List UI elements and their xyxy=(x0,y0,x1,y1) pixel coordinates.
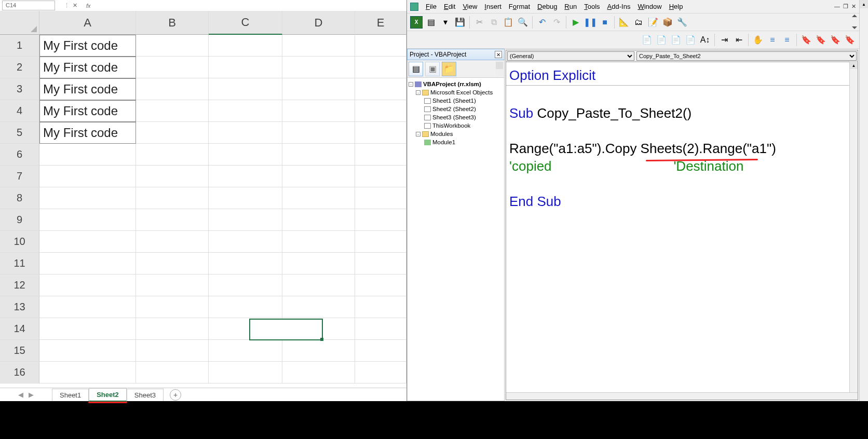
row-header[interactable]: 14 xyxy=(0,318,39,340)
project-explorer-icon[interactable]: 🗂 xyxy=(632,16,645,29)
run-icon[interactable]: ▶ xyxy=(569,16,582,29)
cell[interactable] xyxy=(282,57,355,78)
save-icon[interactable]: 💾 xyxy=(454,16,466,29)
comment-icon[interactable]: ≡ xyxy=(766,34,779,46)
cell[interactable] xyxy=(355,122,406,144)
cell[interactable] xyxy=(136,35,209,57)
tree-thisworkbook[interactable]: ThisWorkbook xyxy=(432,121,470,130)
menu-debug[interactable]: Debug xyxy=(534,2,560,11)
cut-icon[interactable]: ✂ xyxy=(473,16,485,29)
menu-addins[interactable]: Add-Ins xyxy=(604,2,634,11)
cell[interactable] xyxy=(209,144,282,166)
indent-icon[interactable]: ⇥ xyxy=(718,34,730,46)
cell[interactable] xyxy=(136,100,209,122)
code-editor[interactable]: Option Explicit Sub Copy_Paste_To_Sheet2… xyxy=(506,62,858,400)
cell[interactable] xyxy=(282,144,355,166)
quick-info-icon[interactable]: 📄 xyxy=(670,34,682,46)
row-header[interactable]: 5 xyxy=(0,122,39,144)
cell[interactable] xyxy=(209,253,282,275)
row-header[interactable]: 13 xyxy=(0,296,39,318)
cell[interactable] xyxy=(282,231,355,253)
cell-c14[interactable] xyxy=(209,318,282,340)
cell[interactable] xyxy=(209,362,282,383)
col-header-a[interactable]: A xyxy=(39,11,136,35)
cell[interactable] xyxy=(39,318,136,340)
row-header[interactable]: 8 xyxy=(0,187,39,209)
menu-view[interactable]: View xyxy=(459,2,480,11)
horizontal-scrollbar[interactable] xyxy=(506,392,858,400)
cell[interactable] xyxy=(355,166,406,187)
list-properties-icon[interactable]: 📄 xyxy=(641,34,653,46)
row-header[interactable]: 16 xyxy=(0,362,39,383)
breakpoint-icon[interactable]: ✋ xyxy=(752,34,764,46)
cell[interactable] xyxy=(355,57,406,78)
view-object-icon[interactable]: ▣ xyxy=(425,62,440,76)
row-header[interactable]: 4 xyxy=(0,100,39,122)
cell[interactable] xyxy=(136,78,209,100)
prev-bookmark-icon[interactable]: 🔖 xyxy=(829,34,842,46)
cell[interactable] xyxy=(39,166,136,187)
cell-a2[interactable]: My First code xyxy=(39,57,136,78)
cell[interactable] xyxy=(39,209,136,231)
cell[interactable] xyxy=(209,57,282,78)
cell[interactable] xyxy=(136,340,209,362)
cell-a4[interactable]: My First code xyxy=(39,100,136,122)
cell[interactable] xyxy=(136,296,209,318)
cell[interactable] xyxy=(282,318,355,340)
menu-edit[interactable]: Edit xyxy=(441,2,458,11)
cell[interactable] xyxy=(136,231,209,253)
cell[interactable] xyxy=(355,318,406,340)
tab-next-icon[interactable]: ▶ xyxy=(29,391,34,399)
minimize-icon[interactable]: — xyxy=(834,3,840,10)
cell[interactable] xyxy=(39,253,136,275)
cell[interactable] xyxy=(39,296,136,318)
fx-label[interactable]: fx xyxy=(86,3,91,9)
cell[interactable] xyxy=(355,144,406,166)
clear-bookmarks-icon[interactable]: 🔖 xyxy=(844,34,856,46)
cell[interactable] xyxy=(282,296,355,318)
procedure-dropdown[interactable]: Copy_Paste_To_Sheet2 xyxy=(636,51,857,61)
project-close-icon[interactable]: ✕ xyxy=(495,51,502,58)
cell[interactable] xyxy=(136,275,209,296)
excel-icon[interactable]: X xyxy=(410,16,423,29)
tree-excel-objects[interactable]: Microsoft Excel Objects xyxy=(430,88,493,97)
cell[interactable] xyxy=(355,231,406,253)
menu-help[interactable]: Help xyxy=(666,2,686,11)
row-header[interactable]: 3 xyxy=(0,78,39,100)
menu-insert[interactable]: Insert xyxy=(481,2,505,11)
cell[interactable] xyxy=(136,187,209,209)
cell[interactable] xyxy=(39,362,136,383)
close-icon[interactable]: ✕ xyxy=(851,3,856,10)
tab-prev-icon[interactable]: ◀ xyxy=(18,391,23,399)
menu-run[interactable]: Run xyxy=(561,2,580,11)
toggle-folders-icon[interactable]: 📁 xyxy=(442,62,456,76)
cell[interactable] xyxy=(39,275,136,296)
tree-modules[interactable]: Modules xyxy=(430,130,453,138)
cell[interactable] xyxy=(209,187,282,209)
cell[interactable] xyxy=(355,35,406,57)
cell[interactable] xyxy=(209,231,282,253)
cell[interactable] xyxy=(355,340,406,362)
cell[interactable] xyxy=(282,362,355,383)
paste-icon[interactable]: 📋 xyxy=(502,16,514,29)
insert-module-icon[interactable]: ▤ xyxy=(425,16,437,29)
col-header-e[interactable]: E xyxy=(355,11,406,35)
row-header[interactable]: 9 xyxy=(0,209,39,231)
menu-file[interactable]: File xyxy=(423,2,440,11)
cell[interactable] xyxy=(136,209,209,231)
cell[interactable] xyxy=(355,187,406,209)
cell[interactable] xyxy=(355,209,406,231)
cell[interactable] xyxy=(282,35,355,57)
cell[interactable] xyxy=(209,296,282,318)
redo-icon[interactable]: ↷ xyxy=(550,16,563,29)
cell[interactable] xyxy=(355,100,406,122)
outdent-icon[interactable]: ⇤ xyxy=(733,34,745,46)
tree-sheet3[interactable]: Sheet3 (Sheet3) xyxy=(432,113,476,121)
cell[interactable] xyxy=(209,78,282,100)
cell[interactable] xyxy=(136,166,209,187)
cell[interactable] xyxy=(209,275,282,296)
cell[interactable] xyxy=(282,340,355,362)
cell[interactable] xyxy=(39,340,136,362)
cell[interactable] xyxy=(355,78,406,100)
cell[interactable] xyxy=(282,209,355,231)
